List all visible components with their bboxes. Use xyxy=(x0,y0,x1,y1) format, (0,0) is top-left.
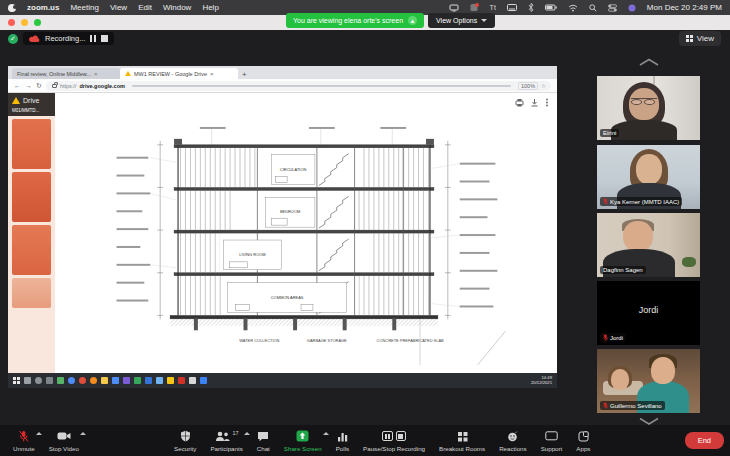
pause-recording-icon[interactable] xyxy=(382,431,393,441)
taskbar-app-icon[interactable] xyxy=(123,377,130,384)
drive-file-thumbnail[interactable] xyxy=(12,172,51,222)
menu-view[interactable]: View xyxy=(110,3,127,12)
taskbar-folder-icon[interactable] xyxy=(101,377,108,384)
menubar-clock[interactable]: Mon Dec 20 2:49 PM xyxy=(647,3,722,12)
keyboard-icon[interactable] xyxy=(507,3,517,13)
stop-recording-icon[interactable] xyxy=(101,35,108,42)
participant-tile-kya[interactable]: Kya Kerner (MMTD IAAC) xyxy=(597,145,700,209)
browser-tab-inactive[interactable]: Final review, Online Middlew... × xyxy=(12,68,120,79)
minimize-window-button[interactable] xyxy=(21,19,28,26)
forward-button[interactable]: → xyxy=(25,82,32,89)
stop-recording-icon[interactable] xyxy=(396,431,406,441)
chat-button[interactable]: Chat xyxy=(250,425,277,456)
pause-stop-recording-button[interactable]: Pause/Stop Recording xyxy=(356,425,432,456)
bookmark-star-icon[interactable]: ☆ xyxy=(541,83,546,89)
menu-help[interactable]: Help xyxy=(202,3,218,12)
bluetooth-icon[interactable] xyxy=(528,3,534,13)
viewing-screen-banner: You are viewing elena orte's screen ▲ xyxy=(286,13,424,28)
control-center-icon[interactable] xyxy=(608,3,617,13)
taskbar-app-icon[interactable] xyxy=(134,377,141,384)
taskbar-app-icon[interactable] xyxy=(156,377,163,384)
encryption-shield-icon[interactable]: ✓ xyxy=(8,34,18,44)
participant-tile-guillermo[interactable]: Guillermo Sevillano xyxy=(597,349,700,413)
url-bar[interactable]: https://drive.google.com 100% ☆ xyxy=(46,81,551,91)
scroll-down-chevron-icon[interactable] xyxy=(638,417,660,425)
page-zoom-level[interactable]: 100% xyxy=(518,82,538,90)
taskbar-acrobat-icon[interactable] xyxy=(178,377,185,384)
browser-tab-active[interactable]: MW1 REVIEW - Google Drive × xyxy=(120,68,238,79)
back-button[interactable]: ← xyxy=(14,82,21,89)
participant-tile-dagfinn[interactable]: Dagfinn Sagen xyxy=(597,213,700,277)
drive-file-thumbnail[interactable] xyxy=(12,119,51,169)
download-icon[interactable] xyxy=(530,98,539,107)
polls-button[interactable]: Polls xyxy=(329,425,356,456)
taskbar-app-icon[interactable] xyxy=(200,377,207,384)
taskbar-clock[interactable]: 14:49 20/12/2021 xyxy=(531,376,552,386)
drive-file-panel: Drive M01/MMTD... xyxy=(8,93,55,373)
display-icon[interactable] xyxy=(449,3,459,13)
security-button[interactable]: Security xyxy=(167,425,203,456)
taskbar-chrome-icon[interactable] xyxy=(79,377,86,384)
room-label: COMMON AREAS xyxy=(271,295,304,300)
battery-icon[interactable] xyxy=(545,3,557,13)
apps-button[interactable]: Apps xyxy=(569,425,597,456)
screen-share-indicator-icon: ▲ xyxy=(408,16,417,25)
taskbar-app-icon[interactable] xyxy=(189,377,196,384)
recording-cloud-icon xyxy=(29,35,40,43)
drive-folder-name[interactable]: M01/MMTD... xyxy=(12,108,51,113)
taskbar-mail-icon[interactable] xyxy=(112,377,119,384)
tab-close-icon[interactable]: × xyxy=(94,71,98,77)
more-options-icon[interactable] xyxy=(545,98,549,107)
glasses xyxy=(631,98,657,105)
share-screen-button[interactable]: Share Screen xyxy=(277,425,329,456)
participants-icon xyxy=(215,431,230,442)
stop-video-button[interactable]: Stop Video xyxy=(42,425,86,456)
taskbar-app-icon[interactable] xyxy=(145,377,152,384)
drive-file-thumbnail[interactable] xyxy=(12,225,51,275)
notification-app-icon[interactable] xyxy=(470,3,479,13)
participant-tile-eirini[interactable]: Eirini xyxy=(597,76,700,140)
end-meeting-button[interactable]: End xyxy=(685,432,724,449)
taskbar-search-icon[interactable] xyxy=(24,377,31,384)
taskbar-firefox-icon[interactable] xyxy=(90,377,97,384)
taskbar-app-icon[interactable] xyxy=(57,377,64,384)
windows-start-icon[interactable] xyxy=(13,377,20,384)
pause-recording-icon[interactable] xyxy=(90,35,96,42)
reactions-button[interactable]: Reactions xyxy=(492,425,534,456)
unmute-button[interactable]: Unmute xyxy=(6,425,42,456)
support-label: Support xyxy=(541,445,563,452)
video-options-caret-icon[interactable] xyxy=(80,432,86,435)
menu-window[interactable]: Window xyxy=(163,3,191,12)
taskbar-app-icon[interactable] xyxy=(167,377,174,384)
menu-app-name[interactable]: zoom.us xyxy=(27,3,59,12)
taskbar-edge-icon[interactable] xyxy=(68,377,75,384)
breakout-rooms-icon xyxy=(457,431,468,442)
reload-button[interactable]: ↻ xyxy=(36,82,42,90)
view-button-label: View xyxy=(697,34,714,43)
participants-button[interactable]: 17 Participants xyxy=(203,425,249,456)
muted-mic-icon xyxy=(18,430,29,443)
apple-menu-icon[interactable] xyxy=(8,4,16,12)
tab-close-icon[interactable]: × xyxy=(210,71,214,77)
drive-file-thumbnail[interactable] xyxy=(12,278,51,308)
print-icon[interactable] xyxy=(515,98,524,107)
stop-video-label: Stop Video xyxy=(49,445,79,452)
zoom-window-button[interactable] xyxy=(34,19,41,26)
siri-icon[interactable] xyxy=(628,3,636,13)
participant-tile-jordi[interactable]: Jordi Jordi xyxy=(597,281,700,345)
menu-meeting[interactable]: Meeting xyxy=(70,3,98,12)
view-layout-button[interactable]: View xyxy=(679,31,721,46)
taskbar-taskview-icon[interactable] xyxy=(46,377,53,384)
wifi-icon[interactable] xyxy=(568,3,578,13)
search-icon[interactable] xyxy=(589,3,597,13)
support-button[interactable]: Support xyxy=(534,425,570,456)
menu-edit[interactable]: Edit xyxy=(138,3,152,12)
scroll-up-chevron-icon[interactable] xyxy=(638,58,660,66)
close-window-button[interactable] xyxy=(8,19,15,26)
taskbar-cortana-icon[interactable] xyxy=(35,377,42,384)
gallery-grid-icon xyxy=(686,35,693,42)
new-tab-button[interactable]: + xyxy=(242,70,247,79)
breakout-rooms-button[interactable]: Breakout Rooms xyxy=(432,425,492,456)
view-options-button[interactable]: View Options xyxy=(428,13,495,28)
text-tool-icon[interactable]: Tt xyxy=(490,3,496,13)
